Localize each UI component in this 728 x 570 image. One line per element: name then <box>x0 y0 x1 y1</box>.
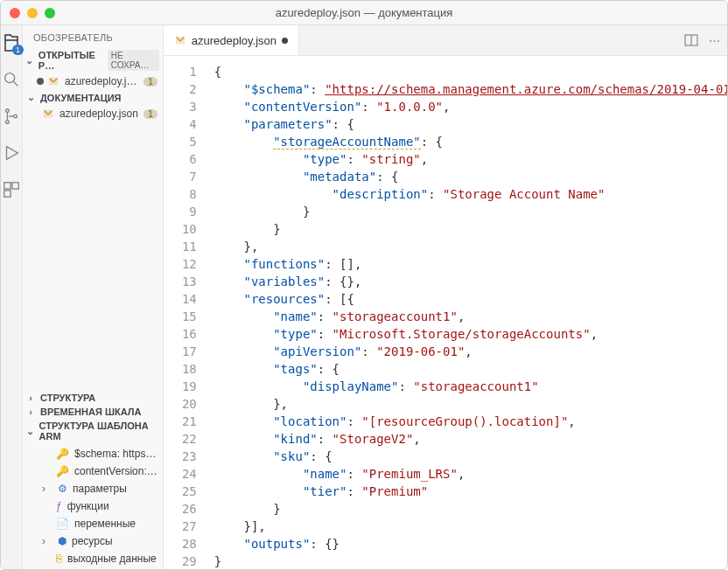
folder-label: ДОКУМЕНТАЦИЯ <box>40 93 122 103</box>
chevron-right-icon: › <box>42 535 52 547</box>
chevron-right-icon: › <box>42 483 52 495</box>
open-editor-file[interactable]: azuredeploy.j… 1 <box>23 73 163 90</box>
timeline-section[interactable]: › ВРЕМЕННАЯ ШКАЛА <box>23 405 163 419</box>
gear-icon: ⚙ <box>58 483 67 495</box>
folder-section[interactable]: ⌄ ДОКУМЕНТАЦИЯ <box>23 90 163 105</box>
arm-item-parameters[interactable]: › ⚙ параметры <box>23 480 163 497</box>
svg-point-3 <box>14 115 18 118</box>
modified-dot-icon <box>282 38 288 44</box>
variable-icon: 📄 <box>56 518 69 530</box>
arm-section[interactable]: ⌄ СТРУКТУРА ШАБЛОНА ARM <box>23 419 163 443</box>
split-editor-icon[interactable] <box>684 33 698 47</box>
chevron-right-icon: › <box>24 393 37 403</box>
structure-label: СТРУКТУРА <box>40 393 95 403</box>
extensions-icon[interactable] <box>1 179 22 200</box>
code-lines[interactable]: { "$schema": "https://schema.management.… <box>207 56 728 569</box>
arm-file-icon <box>42 108 54 120</box>
key-icon: 🔑 <box>56 465 69 477</box>
line-numbers: 1234567891011121314151617181920212223242… <box>164 56 207 569</box>
arm-item-resources[interactable]: › ⬢ ресурсы <box>23 532 163 550</box>
explorer-icon[interactable]: 1 <box>1 32 22 53</box>
more-icon[interactable]: ⋯ <box>709 34 720 47</box>
folder-file-count: 1 <box>144 109 158 119</box>
arm-item-outputs[interactable]: ⎘ выходные данные <box>23 550 163 567</box>
explorer-badge: 1 <box>12 45 24 55</box>
arm-item-variables[interactable]: 📄 переменные <box>23 515 163 532</box>
modified-dot-icon <box>37 78 44 85</box>
tab-bar: azuredeploy.json ⋯ <box>164 25 728 56</box>
svg-point-0 <box>5 73 15 83</box>
tab-azuredeploy[interactable]: azuredeploy.json <box>164 25 299 55</box>
arm-label: СТРУКТУРА ШАБЛОНА ARM <box>39 421 159 441</box>
code-editor[interactable]: 1234567891011121314151617181920212223242… <box>164 56 728 569</box>
open-editors-section[interactable]: ⌄ ОТКРЫТЫЕ Р… НЕ СОХРА… <box>23 48 163 73</box>
unsaved-tag: НЕ СОХРА… <box>108 50 159 71</box>
arm-item-functions[interactable]: ƒ функции <box>23 497 163 515</box>
arm-file-icon <box>47 75 60 87</box>
chevron-down-icon: ⌄ <box>24 426 36 437</box>
svg-rect-6 <box>4 191 10 197</box>
function-icon: ƒ <box>56 500 62 512</box>
search-icon[interactable] <box>1 69 22 90</box>
explorer-sidebar: ОБОЗРЕВАТЕЛЬ ⌄ ОТКРЫТЫЕ Р… НЕ СОХРА… azu… <box>23 25 164 569</box>
svg-point-2 <box>6 121 10 124</box>
open-editor-count: 1 <box>144 77 158 87</box>
cube-icon: ⬢ <box>58 535 66 547</box>
arm-item-contentversion[interactable]: 🔑 contentVersion:… <box>23 462 163 480</box>
arm-item-schema[interactable]: 🔑 $schema: https… <box>23 445 163 462</box>
folder-file[interactable]: azuredeploy.json 1 <box>23 105 163 122</box>
open-editor-filename: azuredeploy.j… <box>65 75 137 87</box>
timeline-label: ВРЕМЕННАЯ ШКАЛА <box>40 407 141 417</box>
source-control-icon[interactable] <box>1 106 22 127</box>
structure-section[interactable]: › СТРУКТУРА <box>23 391 163 405</box>
svg-point-1 <box>6 109 10 113</box>
activity-bar: 1 <box>1 25 23 569</box>
svg-rect-4 <box>4 183 10 189</box>
svg-rect-5 <box>12 183 18 189</box>
chevron-down-icon: ⌄ <box>24 92 37 103</box>
titlebar: azuredeploy.json — документация <box>1 1 727 25</box>
sidebar-title: ОБОЗРЕВАТЕЛЬ <box>23 25 163 48</box>
arm-file-icon <box>174 34 186 46</box>
chevron-down-icon: ⌄ <box>24 55 35 66</box>
chevron-right-icon: › <box>24 407 37 417</box>
open-editors-label: ОТКРЫТЫЕ Р… <box>38 50 102 71</box>
output-icon: ⎘ <box>56 553 62 565</box>
key-icon: 🔑 <box>56 448 69 460</box>
folder-filename: azuredeploy.json <box>60 108 138 120</box>
editor-area: azuredeploy.json ⋯ 123456789101112131415… <box>164 25 728 569</box>
run-debug-icon[interactable] <box>1 142 22 163</box>
tab-filename: azuredeploy.json <box>192 34 276 47</box>
window-title: azuredeploy.json — документация <box>1 6 727 19</box>
